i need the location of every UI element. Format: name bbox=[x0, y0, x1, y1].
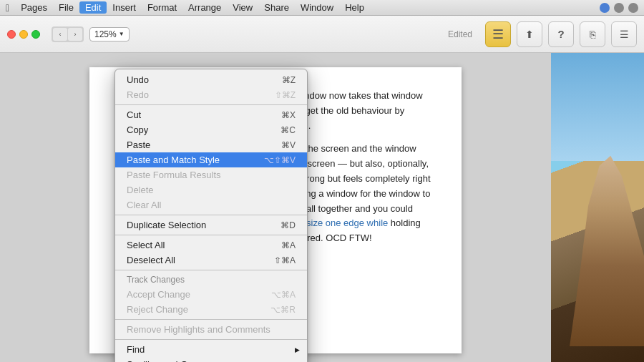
menu-deselect-all[interactable]: Deselect All ⇧⌘A bbox=[115, 253, 307, 268]
wifi-icon bbox=[600, 3, 610, 13]
menubar-arrange[interactable]: Arrange bbox=[182, 1, 227, 14]
menubar-help[interactable]: Help bbox=[339, 1, 370, 14]
menubar-file[interactable]: File bbox=[53, 1, 79, 14]
separator-3 bbox=[115, 235, 307, 235]
sidebar-photo bbox=[551, 53, 644, 362]
menubar-insert[interactable]: Insert bbox=[107, 1, 142, 14]
menu-clear-all[interactable]: Clear All bbox=[115, 197, 307, 212]
menubar-format[interactable]: Format bbox=[142, 1, 182, 14]
menubar-right bbox=[600, 3, 638, 13]
pin-toolbar-button[interactable]: ⎘ bbox=[580, 21, 605, 47]
menubar-pages[interactable]: Pages bbox=[15, 1, 53, 14]
zoom-control[interactable]: 125% ▼ bbox=[89, 27, 130, 41]
main-area: In Yosemite, clicking the green button o… bbox=[0, 53, 644, 362]
menu-paste-formula[interactable]: Paste Formula Results bbox=[115, 167, 307, 182]
separator-1 bbox=[115, 104, 307, 105]
menu-redo[interactable]: Redo ⇧⌘Z bbox=[115, 87, 307, 102]
share-toolbar-button[interactable]: ⬆ bbox=[517, 21, 542, 47]
edited-label: Edited bbox=[448, 29, 472, 39]
menu-accept-change[interactable]: Accept Change ⌥⌘A bbox=[115, 287, 307, 302]
minimize-button[interactable] bbox=[19, 30, 28, 39]
menu-paste[interactable]: Paste ⌘V bbox=[115, 137, 307, 152]
help-toolbar-button[interactable]: ? bbox=[548, 21, 574, 47]
separator-2 bbox=[115, 215, 307, 215]
view-toolbar-button[interactable]: ☰ bbox=[611, 21, 637, 47]
menubar-edit[interactable]: Edit bbox=[79, 1, 107, 14]
back-button[interactable]: ‹ bbox=[53, 28, 67, 41]
fullscreen-button[interactable] bbox=[31, 30, 40, 39]
edit-menu: Undo ⌘Z Redo ⇧⌘Z Cut ⌘X Copy ⌘C Paste ⌘V bbox=[114, 69, 308, 362]
zoom-value: 125% bbox=[94, 29, 117, 39]
menu-paste-match[interactable]: Paste and Match Style ⌥⇧⌘V bbox=[115, 152, 307, 167]
menu-duplicate[interactable]: Duplicate Selection ⌘D bbox=[115, 217, 307, 233]
el-capitan-photo bbox=[551, 53, 644, 362]
apple-menu[interactable]:  bbox=[6, 2, 9, 14]
rock bbox=[570, 146, 644, 347]
menu-track-changes[interactable]: Track Changes bbox=[115, 273, 307, 287]
zoom-chevron: ▼ bbox=[119, 31, 125, 37]
menu-copy[interactable]: Copy ⌘C bbox=[115, 122, 307, 137]
menubar-view[interactable]: View bbox=[227, 1, 258, 14]
close-button[interactable] bbox=[7, 30, 16, 39]
menu-reject-change[interactable]: Reject Change ⌥⌘R bbox=[115, 302, 307, 317]
edit-menu-dropdown: Undo ⌘Z Redo ⇧⌘Z Cut ⌘X Copy ⌘C Paste ⌘V bbox=[114, 69, 308, 362]
user-icon bbox=[614, 3, 624, 13]
menu-remove-highlights[interactable]: Remove Highlights and Comments bbox=[115, 322, 307, 337]
menu-cut[interactable]: Cut ⌘X bbox=[115, 107, 307, 122]
menubar:  Pages File Edit Insert Format Arrange … bbox=[0, 0, 644, 16]
separator-5 bbox=[115, 319, 307, 320]
menu-find[interactable]: Find bbox=[115, 342, 307, 357]
menu-spelling[interactable]: Spelling and Grammar bbox=[115, 357, 307, 362]
forward-button[interactable]: › bbox=[68, 28, 82, 41]
toolbar: ‹ › 125% ▼ Edited ☰ ⬆ ? ⎘ ☰ bbox=[0, 16, 644, 53]
traffic-lights bbox=[7, 30, 40, 39]
menubar-window[interactable]: Window bbox=[295, 1, 339, 14]
notification-icon bbox=[628, 3, 638, 13]
menubar-share[interactable]: Share bbox=[258, 1, 295, 14]
nav-buttons: ‹ › bbox=[52, 26, 84, 42]
sky bbox=[551, 53, 644, 161]
format-toolbar-button[interactable]: ☰ bbox=[485, 21, 511, 47]
menu-undo[interactable]: Undo ⌘Z bbox=[115, 72, 307, 87]
separator-6 bbox=[115, 339, 307, 340]
separator-4 bbox=[115, 270, 307, 270]
menu-delete[interactable]: Delete bbox=[115, 182, 307, 197]
menu-select-all[interactable]: Select All ⌘A bbox=[115, 238, 307, 253]
